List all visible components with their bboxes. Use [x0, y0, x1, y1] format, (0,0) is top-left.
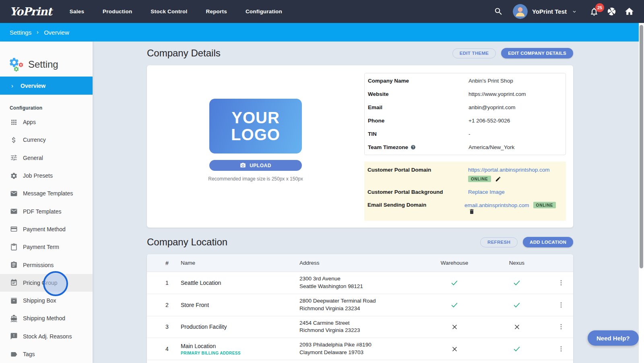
avatar[interactable]	[513, 4, 528, 19]
sidebar-item-payment-term[interactable]: Payment Term	[0, 238, 93, 256]
help-icon[interactable]	[411, 145, 416, 150]
breadcrumb-settings[interactable]: Settings	[10, 29, 31, 36]
sidebar-item-permissions[interactable]: Permissions	[0, 256, 93, 274]
dollar-icon	[10, 136, 18, 144]
nav-item-reports[interactable]: Reports	[206, 8, 227, 15]
ship-icon	[10, 314, 18, 322]
sidebar-item-shipping-method[interactable]: Shipping Method	[0, 309, 93, 327]
edit-pencil-icon[interactable]	[495, 176, 501, 182]
location-address: 2454 Carmine StreetRichmond Virginia 232…	[299, 319, 424, 335]
location-table: # Name Address Warehouse Nexus 1 Seattle…	[147, 254, 573, 363]
check-icon	[485, 344, 549, 353]
check-icon	[424, 278, 485, 287]
location-name: Store Front	[181, 302, 299, 308]
location-name: Seattle Location	[181, 280, 299, 286]
location-row: 2 Store Front 2800 Deepwater Terminal Ro…	[147, 294, 573, 316]
portal-row-customer-portal-domain: Customer Portal Domainhttps://portal.anb…	[364, 163, 566, 185]
navbar-right: YoPrint Test 25	[494, 4, 634, 19]
location-table-header: # Name Address Warehouse Nexus	[147, 254, 573, 272]
portal-link[interactable]: Replace Image	[468, 189, 505, 195]
row-menu-button[interactable]	[556, 278, 566, 288]
breadcrumb: Settings Overview	[0, 23, 644, 41]
scrollbar-track[interactable]	[639, 23, 644, 363]
location-address: 2300 3rd AvenueSeattle Washington 98121	[299, 275, 424, 290]
edit-company-details-button[interactable]: EDIT COMPANY DETAILS	[501, 48, 573, 58]
portal-row-customer-portal-background: Customer Portal BackgroundReplace Image	[364, 185, 566, 198]
company-details-header: Company Details EDIT THEME EDIT COMPANY …	[147, 48, 573, 59]
search-icon[interactable]	[494, 7, 503, 16]
location-row: 4 Main LocationPRIMARY BILLING ADDRESS 2…	[147, 338, 573, 360]
edit-theme-button[interactable]: EDIT THEME	[452, 48, 496, 58]
row-menu-button[interactable]	[556, 300, 566, 310]
home-icon[interactable]	[624, 6, 634, 17]
check-icon	[485, 301, 549, 309]
row-number: 2	[153, 302, 181, 308]
need-help-button[interactable]: Need Help?	[588, 330, 639, 346]
settings-gears-icon	[8, 56, 26, 73]
camera-icon	[240, 162, 246, 168]
tag-icon	[10, 350, 18, 358]
cross-icon	[424, 324, 485, 330]
event-note-icon	[10, 279, 18, 287]
chevron-down-icon[interactable]	[572, 9, 577, 15]
nav-item-sales[interactable]: Sales	[70, 8, 84, 15]
sidebar-item-tags[interactable]: Tags	[0, 345, 93, 363]
feedback-icon	[10, 332, 18, 340]
nav-item-stock-control[interactable]: Stock Control	[151, 8, 187, 15]
location-row: 1 Seattle Location 2300 3rd AvenueSeattl…	[147, 272, 573, 294]
portal-link[interactable]: email.anbinsprintshop.com	[464, 202, 529, 208]
status-badge-online: ONLINE	[468, 176, 491, 182]
sidebar-item-pdf-templates[interactable]: PDF Templates	[0, 202, 93, 220]
refresh-button[interactable]: REFRESH	[480, 237, 518, 247]
assignment-icon	[10, 261, 18, 269]
envelope-icon	[10, 207, 18, 216]
row-menu-button[interactable]	[556, 344, 566, 354]
sidebar-item-pricing-group[interactable]: Pricing Group	[0, 274, 93, 292]
breadcrumb-overview[interactable]: Overview	[44, 29, 69, 36]
status-badge-online: ONLINE	[533, 202, 556, 208]
notifications-bell-icon[interactable]: 25	[589, 7, 599, 17]
row-menu-button[interactable]	[556, 322, 566, 332]
sidebar-item-overview[interactable]: › Overview	[0, 77, 93, 95]
sidebar-item-stock-adj-reasons[interactable]: Stock Adj. Reasons	[0, 328, 93, 345]
check-icon	[485, 278, 549, 287]
notification-badge: 25	[595, 3, 604, 12]
location-name: Main Location	[181, 343, 299, 349]
sidebar-item-general[interactable]: General	[0, 149, 93, 167]
credit-card-icon	[10, 225, 18, 233]
sidebar-item-payment-method[interactable]: Payment Method	[0, 220, 93, 238]
location-address: 2800 Deepwater Terminal RoadRichmond Vir…	[299, 297, 424, 313]
company-details-card: YOUR LOGO UPLOAD Recommended image size …	[147, 65, 573, 228]
portal-link[interactable]: https://portal.anbinsprintshop.com	[468, 167, 550, 173]
apps-grid-icon	[10, 118, 18, 126]
add-location-button[interactable]: ADD LOCATION	[523, 237, 573, 247]
delete-trash-icon[interactable]	[469, 208, 475, 215]
sidebar-item-shipping-box[interactable]: Shipping Box	[0, 292, 93, 309]
nav-item-configuration[interactable]: Configuration	[246, 8, 282, 15]
sidebar-item-currency[interactable]: Currency	[0, 131, 93, 149]
user-menu[interactable]: YoPrint Test	[532, 8, 567, 15]
sidebar-item-job-presets[interactable]: Job Presets	[0, 167, 93, 185]
nav-item-production[interactable]: Production	[103, 8, 132, 15]
info-row-team-timezone: Team Timezone America/New_York	[365, 141, 566, 154]
sidebar-section-configuration: Configuration	[10, 105, 93, 111]
sidebar-item-message-templates[interactable]: Message Templates	[0, 185, 93, 202]
company-logo-placeholder: YOUR LOGO	[209, 99, 302, 153]
shutter-icon[interactable]	[607, 7, 616, 16]
company-location-header: Company Location REFRESH ADD LOCATION	[147, 236, 573, 248]
row-number: 1	[153, 280, 181, 286]
sidebar-item-apps[interactable]: Apps	[0, 113, 93, 131]
row-number: 4	[153, 346, 181, 352]
cross-icon	[485, 324, 549, 330]
company-info-table: Company Name Anbin's Print Shop Website …	[364, 73, 566, 155]
sidebar-items: Apps Currency General Job Presets Messag…	[0, 113, 93, 363]
app-logo[interactable]: YoPrint	[10, 5, 52, 18]
location-address: 2093 Philadelphia Pike #8190Claymont Del…	[299, 341, 424, 357]
upload-logo-button[interactable]: UPLOAD	[209, 160, 302, 171]
location-name: Production Facility	[181, 324, 299, 330]
sidebar-title: Setting	[28, 59, 58, 70]
location-row: 3 Production Facility 2454 Carmine Stree…	[147, 316, 573, 338]
section-title-location: Company Location	[147, 236, 227, 248]
scrollbar-thumb[interactable]	[640, 25, 643, 268]
check-icon	[424, 301, 485, 309]
